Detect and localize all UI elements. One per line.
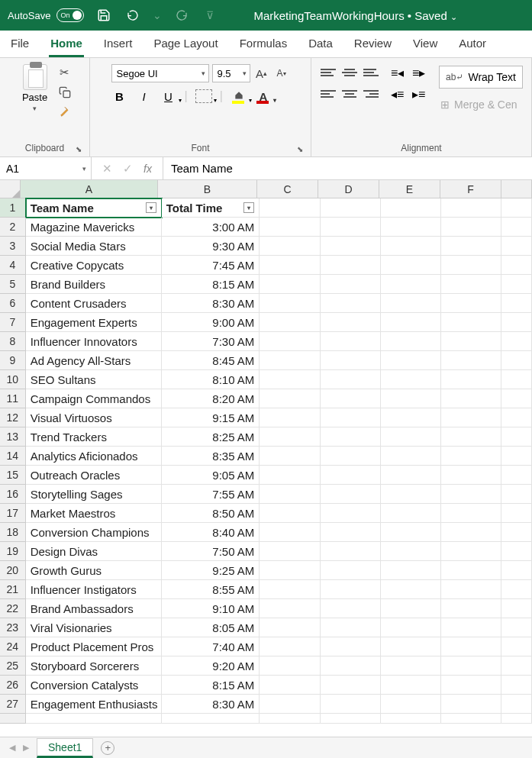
cell-C23[interactable] bbox=[260, 618, 320, 637]
cell-C28[interactable] bbox=[260, 714, 320, 724]
select-all-corner[interactable] bbox=[0, 180, 21, 198]
cell-D10[interactable] bbox=[321, 370, 381, 389]
cell-B11[interactable]: 8:20 AM bbox=[162, 389, 260, 408]
row-header-24[interactable]: 24 bbox=[0, 637, 26, 656]
tab-file[interactable]: File bbox=[9, 32, 31, 57]
chevron-down-icon[interactable]: ▾ bbox=[33, 105, 37, 112]
cell-B3[interactable]: 9:30 AM bbox=[162, 237, 260, 256]
cell-F4[interactable] bbox=[441, 256, 501, 275]
add-sheet-button[interactable]: + bbox=[101, 741, 114, 755]
cell-C14[interactable] bbox=[260, 447, 320, 466]
column-header-G[interactable] bbox=[501, 180, 532, 198]
format-painter-icon[interactable] bbox=[57, 105, 73, 119]
decrease-indent-button[interactable]: ≡◂ bbox=[390, 66, 407, 79]
cell-D16[interactable] bbox=[321, 485, 381, 504]
cell-G24[interactable] bbox=[501, 637, 532, 656]
cell-C25[interactable] bbox=[260, 656, 320, 676]
cell-B2[interactable]: 3:00 AM bbox=[162, 218, 260, 237]
cell-B25[interactable]: 9:20 AM bbox=[162, 656, 260, 676]
cell-A8[interactable]: Influencer Innovators bbox=[26, 332, 162, 351]
cell-A11[interactable]: Campaign Commandos bbox=[26, 389, 162, 408]
cell-D15[interactable] bbox=[321, 466, 381, 485]
row-header-7[interactable]: 7 bbox=[0, 313, 26, 332]
font-color-button[interactable]: A▾ bbox=[255, 89, 272, 104]
cell-A20[interactable]: Growth Gurus bbox=[26, 561, 162, 580]
align-middle-button[interactable] bbox=[341, 66, 358, 79]
cell-F21[interactable] bbox=[441, 580, 501, 599]
cell-A12[interactable]: Visual Virtuosos bbox=[26, 408, 162, 427]
border-button[interactable]: ▾ bbox=[195, 89, 212, 104]
cell-E27[interactable] bbox=[381, 695, 441, 714]
bold-button[interactable]: B bbox=[111, 89, 128, 104]
cell-G25[interactable] bbox=[501, 656, 532, 676]
cell-F3[interactable] bbox=[441, 237, 501, 256]
cell-G15[interactable] bbox=[501, 466, 532, 485]
cell-G28[interactable] bbox=[501, 714, 532, 724]
name-box[interactable]: A1▾ bbox=[0, 157, 92, 179]
column-header-A[interactable]: A bbox=[21, 180, 158, 198]
cell-C22[interactable] bbox=[260, 599, 320, 618]
align-bottom-button[interactable] bbox=[363, 66, 379, 79]
cancel-icon[interactable]: ✕ bbox=[102, 162, 112, 176]
cell-C21[interactable] bbox=[260, 580, 320, 599]
tab-review[interactable]: Review bbox=[353, 32, 393, 57]
cell-C20[interactable] bbox=[260, 561, 320, 580]
cell-G8[interactable] bbox=[501, 332, 532, 351]
cell-D4[interactable] bbox=[321, 256, 381, 275]
italic-button[interactable]: I bbox=[136, 89, 153, 104]
cell-F9[interactable] bbox=[441, 351, 501, 370]
cell-E11[interactable] bbox=[381, 389, 441, 408]
cell-A24[interactable]: Product Placement Pros bbox=[26, 637, 162, 656]
cut-icon[interactable]: ✂ bbox=[57, 66, 73, 79]
indent-right-button[interactable]: ▸≡ bbox=[411, 87, 428, 101]
cell-E7[interactable] bbox=[381, 313, 441, 332]
increase-font-icon[interactable]: A▴ bbox=[253, 65, 270, 82]
cell-C16[interactable] bbox=[260, 485, 320, 504]
cell-F13[interactable] bbox=[441, 427, 501, 447]
cell-E13[interactable] bbox=[381, 427, 441, 447]
cell-D17[interactable] bbox=[321, 504, 381, 523]
sheet-tab[interactable]: Sheet1 bbox=[37, 738, 93, 758]
filter-icon[interactable]: ▾ bbox=[243, 202, 254, 213]
cell-E5[interactable] bbox=[381, 275, 441, 294]
tab-formulas[interactable]: Formulas bbox=[238, 32, 289, 57]
cell-A3[interactable]: Social Media Stars bbox=[26, 237, 162, 256]
tab-view[interactable]: View bbox=[411, 32, 439, 57]
cell-A26[interactable]: Conversion Catalysts bbox=[26, 676, 162, 695]
document-title[interactable]: MarketingTeamWorkingHours • Saved ⌄ bbox=[186, 9, 524, 22]
cell-E14[interactable] bbox=[381, 447, 441, 466]
formula-input[interactable]: Team Name bbox=[163, 157, 532, 179]
copy-icon[interactable] bbox=[57, 85, 73, 99]
cell-A5[interactable]: Brand Builders bbox=[26, 275, 162, 294]
cell-E24[interactable] bbox=[381, 637, 441, 656]
cell-D18[interactable] bbox=[321, 523, 381, 542]
row-header-15[interactable]: 15 bbox=[0, 466, 26, 485]
cell-F6[interactable] bbox=[441, 294, 501, 313]
cell-E28[interactable] bbox=[381, 714, 441, 724]
filter-icon[interactable]: ▾ bbox=[146, 202, 156, 213]
cell-F23[interactable] bbox=[441, 618, 501, 637]
cell-F17[interactable] bbox=[441, 504, 501, 523]
tab-autor[interactable]: Autor bbox=[457, 32, 488, 57]
cell-D13[interactable] bbox=[321, 427, 381, 447]
clipboard-launcher[interactable]: ⬊ bbox=[76, 145, 82, 153]
cell-A15[interactable]: Outreach Oracles bbox=[26, 466, 162, 485]
cell-F2[interactable] bbox=[441, 218, 501, 237]
cell-G1[interactable] bbox=[501, 198, 532, 218]
cell-A17[interactable]: Market Maestros bbox=[26, 504, 162, 523]
cell-C19[interactable] bbox=[260, 542, 320, 561]
row-header-20[interactable]: 20 bbox=[0, 561, 26, 580]
column-header-B[interactable]: B bbox=[158, 180, 257, 198]
decrease-font-icon[interactable]: A▾ bbox=[273, 65, 290, 82]
cell-D3[interactable] bbox=[321, 237, 381, 256]
row-header-10[interactable]: 10 bbox=[0, 370, 26, 389]
row-header-13[interactable]: 13 bbox=[0, 427, 26, 447]
row-header-16[interactable]: 16 bbox=[0, 485, 26, 504]
cell-F19[interactable] bbox=[441, 542, 501, 561]
fx-icon[interactable]: fx bbox=[143, 163, 152, 175]
cell-B15[interactable]: 9:05 AM bbox=[162, 466, 260, 485]
row-header-18[interactable]: 18 bbox=[0, 523, 26, 542]
cell-B24[interactable]: 7:40 AM bbox=[162, 637, 260, 656]
cell-G10[interactable] bbox=[501, 370, 532, 389]
cell-E6[interactable] bbox=[381, 294, 441, 313]
